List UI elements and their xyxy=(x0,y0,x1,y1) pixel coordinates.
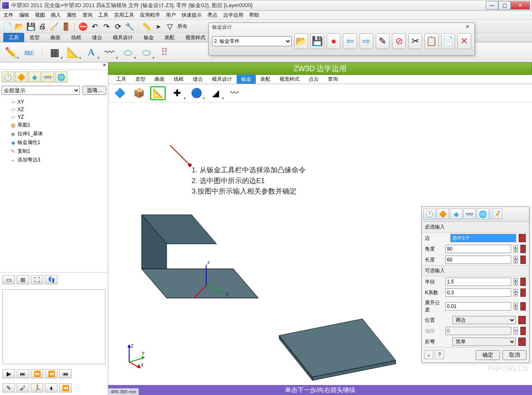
vp-tab[interactable]: 造型 xyxy=(131,75,150,84)
exit-icon[interactable]: 🚪 xyxy=(61,22,71,32)
print-icon[interactable]: 🖨 xyxy=(37,22,47,32)
menu-user[interactable]: 用户 xyxy=(166,12,176,19)
pick-icon[interactable] xyxy=(520,278,526,286)
lp-btn1[interactable]: ▭ xyxy=(2,275,15,284)
vp-tab[interactable]: 视觉样式 xyxy=(275,75,304,84)
pick-icon[interactable] xyxy=(518,316,526,324)
panel-close-icon[interactable]: ✕ xyxy=(102,62,106,67)
vp-tab[interactable]: 缝合 xyxy=(188,75,207,84)
sm-flange-icon[interactable]: 📐 xyxy=(150,86,166,100)
measure-icon[interactable]: 📏 xyxy=(142,22,152,32)
kfactor-input[interactable] xyxy=(445,288,511,297)
ribtab-heal[interactable]: 缝合 xyxy=(87,33,107,42)
rib-dots-icon[interactable]: ⠿ xyxy=(157,45,172,60)
filter-select[interactable]: 全部显示 xyxy=(2,86,80,95)
ft-cut-icon[interactable]: ✂ xyxy=(408,33,422,49)
ft-delete-icon[interactable]: ✕ xyxy=(457,33,471,49)
ft-prev-icon[interactable]: ⇦ xyxy=(343,33,357,49)
pick-icon[interactable] xyxy=(519,234,526,242)
maximize-button[interactable]: ▢ xyxy=(498,1,511,10)
rw-icon[interactable]: ⏪ xyxy=(45,369,57,378)
vp-tab[interactable]: 点云 xyxy=(304,75,323,84)
back-icon[interactable]: ⏴ xyxy=(45,383,57,393)
rib-cyl1-icon[interactable]: ⬭ xyxy=(120,45,135,60)
sm-tool4-icon[interactable]: ✚ xyxy=(169,86,185,100)
ribtab-visual[interactable]: 视觉样式 xyxy=(180,33,211,42)
info-textarea[interactable] xyxy=(2,289,105,364)
stop-icon[interactable]: ⛔ xyxy=(78,22,88,32)
sm-tool1-icon[interactable]: 🔷 xyxy=(112,86,127,100)
ribtab-wire[interactable]: 线框 xyxy=(66,33,87,42)
lp-btn2[interactable]: ⊞ xyxy=(17,275,29,284)
sm-tool2-icon[interactable]: 📦 xyxy=(131,86,147,100)
ff-icon[interactable]: ⏩ xyxy=(31,369,43,378)
rib-angle-icon[interactable]: 📐 xyxy=(65,45,80,60)
new-icon[interactable]: 📄 xyxy=(2,22,12,32)
rib-grid-icon[interactable]: ▦ xyxy=(47,45,62,60)
pp-tab1-icon[interactable]: 🕐 xyxy=(423,209,436,219)
pp-tab2-icon[interactable]: 🔶 xyxy=(437,209,449,219)
tools-icon[interactable]: 🔧 xyxy=(125,22,135,32)
edge-input[interactable] xyxy=(450,234,516,242)
axis-gizmo[interactable]: Z Y X xyxy=(121,343,146,368)
rib-text-icon[interactable]: A xyxy=(84,45,99,60)
menu-edit[interactable]: 编辑 xyxy=(19,12,29,19)
bend-select[interactable]: 简单 xyxy=(452,338,516,346)
ok-button[interactable]: 确定 xyxy=(476,350,500,360)
model-shape-2[interactable] xyxy=(271,311,404,387)
redo-icon[interactable]: ↷ xyxy=(101,22,111,32)
expand-icon[interactable]: ⌄ xyxy=(424,350,433,359)
pick-icon[interactable] xyxy=(520,302,526,311)
edit-icon[interactable]: ✎ xyxy=(2,383,15,393)
vp-tab[interactable]: 工具 xyxy=(112,75,131,84)
minimize-button[interactable]: — xyxy=(486,1,498,10)
ft-open-icon[interactable]: 📂 xyxy=(294,33,308,49)
pick-icon[interactable] xyxy=(518,338,526,346)
ft-next-icon[interactable]: ⇨ xyxy=(360,33,373,49)
close-button[interactable]: ✕ xyxy=(511,1,530,10)
rib-curve-icon[interactable]: 〰 xyxy=(102,45,117,60)
lp-tab-part-icon[interactable]: 🔶 xyxy=(15,72,27,82)
run-icon[interactable]: 🏃 xyxy=(31,383,43,393)
vp-tab-sheet[interactable]: 钣金 xyxy=(237,75,256,84)
menu-insert[interactable]: 插入 xyxy=(51,12,61,19)
spinner[interactable]: ▴▾ xyxy=(514,245,518,253)
menu-tutorial[interactable]: 边学边用 xyxy=(223,12,243,19)
ft-stop-icon[interactable]: ⊘ xyxy=(392,33,406,49)
spinner[interactable]: ▴▾ xyxy=(514,303,518,310)
float-close-icon[interactable]: ✕ xyxy=(464,24,471,31)
play-icon[interactable]: ▶ xyxy=(2,369,15,378)
lp-tab-history-icon[interactable]: 🕐 xyxy=(2,72,14,82)
vp-tab[interactable]: 线框 xyxy=(169,75,188,84)
rib-ref-icon[interactable]: REF xyxy=(22,45,37,60)
pick-icon[interactable] xyxy=(520,288,526,297)
rib-cyl2-icon[interactable]: ⬭ xyxy=(139,45,154,60)
pick-icon[interactable] xyxy=(520,245,526,253)
options-button[interactable]: 选项... xyxy=(82,86,106,95)
menu-app[interactable]: 应用程序 xyxy=(140,12,160,19)
3d-canvas[interactable]: 1. 从钣金工具栏中选择添加凸缘命令 2. 选中图中所示的边E1 3.按图中所示… xyxy=(108,102,532,385)
open-icon[interactable]: 📂 xyxy=(14,22,24,32)
ribtab-surface[interactable]: 曲面 xyxy=(45,33,66,42)
ft-edit-icon[interactable]: ✎ xyxy=(376,33,390,49)
erase-icon[interactable]: 🧹 xyxy=(49,22,59,32)
refresh-icon[interactable]: ⟳ xyxy=(113,22,123,32)
spinner[interactable]: ▴▾ xyxy=(514,256,518,263)
spinner[interactable]: ▴▾ xyxy=(514,278,518,286)
ribtab-tools[interactable]: 工具 xyxy=(3,33,24,42)
ribtab-mold[interactable]: 模具设计 xyxy=(107,33,138,42)
menu-tools[interactable]: 工具 xyxy=(98,12,108,19)
pick-icon[interactable] xyxy=(520,256,526,264)
menu-highlight[interactable]: 亮点 xyxy=(207,12,217,19)
model-shape-1[interactable]: z y xyxy=(133,211,267,312)
menu-attr[interactable]: 属性 xyxy=(67,12,77,19)
tolerance-input[interactable] xyxy=(445,302,511,311)
pp-tab3-icon[interactable]: ◆ xyxy=(450,209,462,219)
float-toolbar[interactable]: 钣金设计 ✕ 2. 钣金零件 📂 💾 ● ⇦ ⇨ ✎ ⊘ ✂ 📋 📄 ✕ xyxy=(208,22,475,56)
vp-tab[interactable]: 模具设计 xyxy=(207,75,237,84)
vp-tab[interactable]: 查询 xyxy=(323,75,342,84)
lp-btn3[interactable]: ⛶ xyxy=(31,275,43,284)
menu-help[interactable]: 帮助 xyxy=(249,12,259,19)
spinner[interactable]: ▴▾ xyxy=(514,289,518,296)
sm-tool7-icon[interactable]: 〰 xyxy=(227,86,242,100)
